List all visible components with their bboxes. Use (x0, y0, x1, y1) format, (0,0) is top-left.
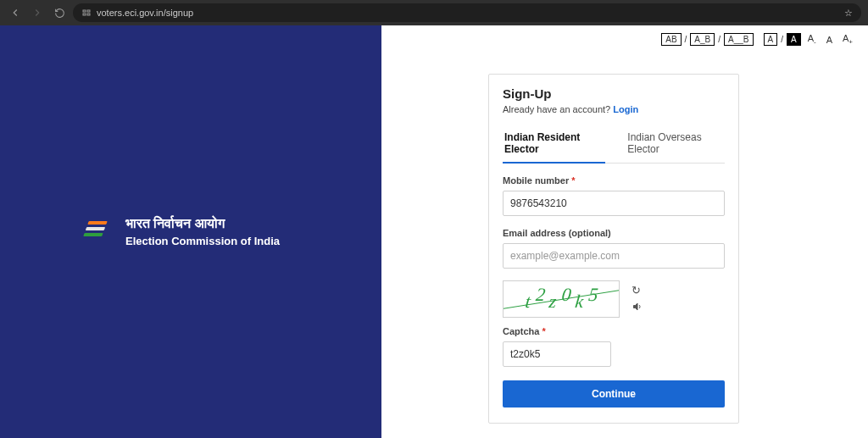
svg-rect-3 (87, 14, 90, 15)
signup-card: Sign-Up Already have an account? Login I… (488, 74, 739, 424)
svg-marker-4 (634, 303, 638, 310)
tab-resident-elector[interactable]: Indian Resident Elector (503, 126, 605, 164)
eci-logo (85, 218, 114, 247)
continue-button[interactable]: Continue (503, 380, 725, 408)
brand-title-english: Election Commission of India (125, 235, 280, 247)
captcha-image: t 2 z 0 k 5 (503, 280, 620, 318)
elector-tabs: Indian Resident Elector Indian Overseas … (503, 126, 725, 164)
captcha-input[interactable] (503, 341, 611, 367)
back-icon[interactable] (7, 4, 24, 21)
login-link[interactable]: Login (613, 104, 638, 114)
a11y-font-increase[interactable]: A (839, 32, 856, 47)
captcha-label: Captcha * (503, 326, 725, 336)
a11y-option-ab[interactable]: AB (661, 33, 681, 46)
a11y-contrast-invert[interactable]: A (787, 33, 801, 46)
email-label: Email address (optional) (503, 228, 725, 238)
svg-rect-1 (87, 10, 90, 12)
svg-rect-2 (83, 14, 86, 15)
address-bar[interactable]: voters.eci.gov.in/signup ☆ (73, 3, 861, 22)
brand-title-hindi: भारत निर्वाचन आयोग (125, 216, 280, 231)
brand-panel: भारत निर्वाचन आयोग Election Commission o… (0, 25, 381, 438)
a11y-font-normal[interactable]: A (823, 34, 836, 46)
svg-rect-0 (83, 10, 86, 12)
bookmark-star-icon[interactable]: ☆ (844, 8, 853, 19)
signup-heading: Sign-Up (503, 86, 725, 101)
a11y-font-decrease[interactable]: A (804, 32, 820, 47)
a11y-option-a--b[interactable]: A__B (724, 33, 753, 46)
url-text: voters.eci.gov.in/signup (97, 8, 839, 18)
a11y-option-a-b[interactable]: A_B (690, 33, 715, 46)
already-have-account: Already have an account? Login (503, 104, 725, 114)
mobile-input[interactable] (503, 191, 725, 216)
reload-icon[interactable] (51, 4, 68, 21)
captcha-audio-icon[interactable] (632, 302, 643, 314)
site-settings-icon (81, 8, 92, 18)
mobile-label: Mobile number * (503, 175, 725, 186)
browser-toolbar: voters.eci.gov.in/signup ☆ (0, 0, 868, 25)
a11y-contrast-normal[interactable]: A (764, 33, 778, 46)
tab-overseas-elector[interactable]: Indian Overseas Elector (626, 126, 725, 163)
accessibility-toolbar: AB/ A_B/ A__B A/ A A A A (661, 32, 856, 47)
forward-icon[interactable] (29, 4, 46, 21)
email-input[interactable] (503, 243, 725, 269)
captcha-refresh-icon[interactable]: ↻ (632, 284, 643, 297)
